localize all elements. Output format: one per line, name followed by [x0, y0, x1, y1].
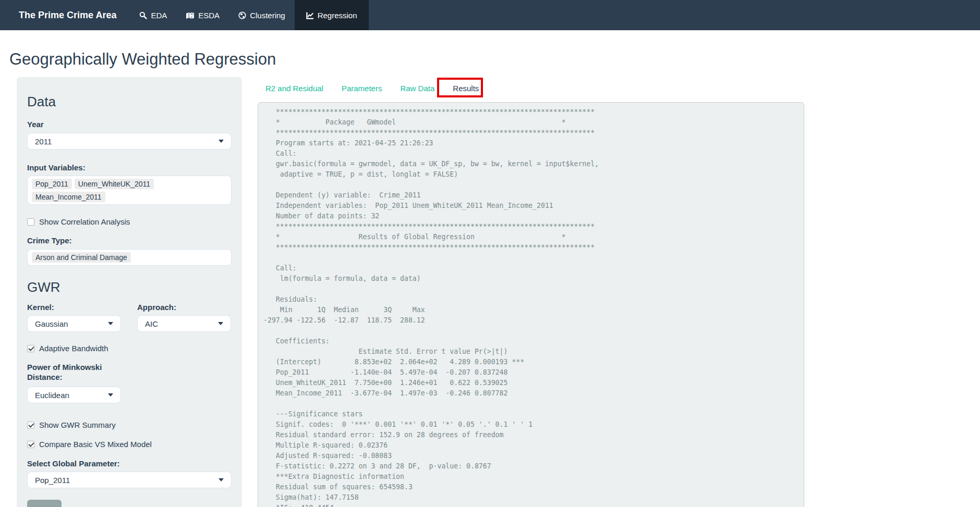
year-select[interactable]: 2011	[27, 133, 232, 150]
gwr-section-heading: GWR	[27, 279, 232, 295]
chevron-down-icon	[108, 393, 113, 397]
input-variables-select[interactable]: Pop_2011 Unem_WhiteUK_2011 Mean_Income_2…	[27, 176, 232, 205]
chevron-down-icon	[219, 140, 224, 143]
minkowski-select[interactable]: Euclidean	[27, 387, 121, 403]
crime-type-label: Crime Type:	[27, 236, 232, 245]
show-summary-checkbox[interactable]	[27, 422, 34, 429]
chevron-down-icon	[219, 478, 224, 481]
compare-models-checkbox[interactable]	[27, 441, 34, 448]
tab-results[interactable]: Results	[453, 83, 479, 94]
chevron-down-icon	[108, 322, 113, 325]
tab-r2-and-residual[interactable]: R2 and Residual	[265, 83, 323, 94]
gwr-results-panel: ****************************************…	[258, 102, 804, 507]
year-label: Year	[27, 119, 232, 129]
global-parameter-label: Select Global Parameter:	[27, 459, 232, 468]
adaptive-bandwidth-checkbox[interactable]	[27, 345, 34, 352]
approach-label: Approach:	[137, 302, 176, 312]
minkowski-label: Power of Minkowski Distance:	[27, 362, 126, 382]
chart-line-icon	[306, 11, 314, 19]
selected-variable-tag[interactable]: Unem_WhiteUK_2011	[75, 179, 154, 189]
kernel-label: Kernel:	[27, 302, 137, 312]
top-navbar: The Prime Crime Area EDA ESDA	[0, 0, 980, 30]
adaptive-bandwidth-label[interactable]: Adaptive Bandwidth	[39, 344, 108, 353]
selected-variable-tag[interactable]: Pop_2011	[32, 179, 72, 189]
console-output: ****************************************…	[263, 107, 798, 507]
year-select-value: 2011	[35, 137, 52, 146]
show-summary-label[interactable]: Show GWR Summary	[39, 421, 116, 429]
show-correlation-label[interactable]: Show Correlation Analysis	[39, 217, 130, 226]
nav-item-label: ESDA	[198, 11, 220, 20]
compare-models-row[interactable]: Compare Basic VS Mixed Model	[27, 440, 232, 449]
chevron-down-icon	[218, 322, 223, 325]
compare-models-label[interactable]: Compare Basic VS Mixed Model	[39, 440, 152, 449]
results-tabset: R2 and Residual Parameters Raw Data Resu…	[265, 83, 479, 94]
tab-parameters[interactable]: Parameters	[342, 83, 382, 94]
nav-item-label: EDA	[151, 11, 167, 20]
data-section-heading: Data	[27, 94, 232, 110]
nav-item-regression[interactable]: Regression	[295, 0, 369, 30]
nav-item-esda[interactable]: ESDA	[176, 0, 229, 30]
nav-item-label: Regression	[318, 11, 357, 20]
kernel-select-value: Gaussian	[35, 319, 68, 328]
selected-variable-tag[interactable]: Mean_Income_2011	[32, 192, 105, 202]
tab-raw-data[interactable]: Raw Data	[400, 83, 434, 94]
show-summary-row[interactable]: Show GWR Summary	[27, 421, 232, 429]
run-button[interactable]: Run!	[27, 500, 62, 507]
map-icon	[186, 11, 195, 19]
crime-type-select[interactable]: Arson and Criminal Damage	[27, 249, 232, 266]
global-parameter-select[interactable]: Pop_2011	[27, 472, 232, 488]
page-title: Geographically Weighted Regression	[9, 50, 276, 69]
nav-item-label: Clustering	[250, 11, 285, 20]
show-correlation-checkbox[interactable]	[27, 218, 34, 226]
adaptive-bandwidth-row[interactable]: Adaptive Bandwidth	[27, 344, 232, 353]
crime-type-tag[interactable]: Arson and Criminal Damage	[32, 252, 131, 263]
approach-select-value: AIC	[145, 319, 158, 328]
input-variables-label: Input Variables:	[27, 163, 232, 172]
approach-select[interactable]: AIC	[137, 315, 231, 332]
show-correlation-row[interactable]: Show Correlation Analysis	[27, 217, 232, 226]
search-icon	[139, 11, 147, 19]
minkowski-select-value: Euclidean	[35, 391, 69, 400]
kernel-select[interactable]: Gaussian	[27, 315, 121, 332]
control-sidebar: Data Year 2011 Input Variables: Pop_2011…	[17, 77, 242, 507]
global-parameter-value: Pop_2011	[35, 476, 70, 485]
nav-item-clustering[interactable]: Clustering	[229, 0, 295, 30]
nav-item-eda[interactable]: EDA	[130, 0, 176, 30]
navbar-brand[interactable]: The Prime Crime Area	[0, 0, 116, 30]
globe-icon	[238, 11, 246, 19]
